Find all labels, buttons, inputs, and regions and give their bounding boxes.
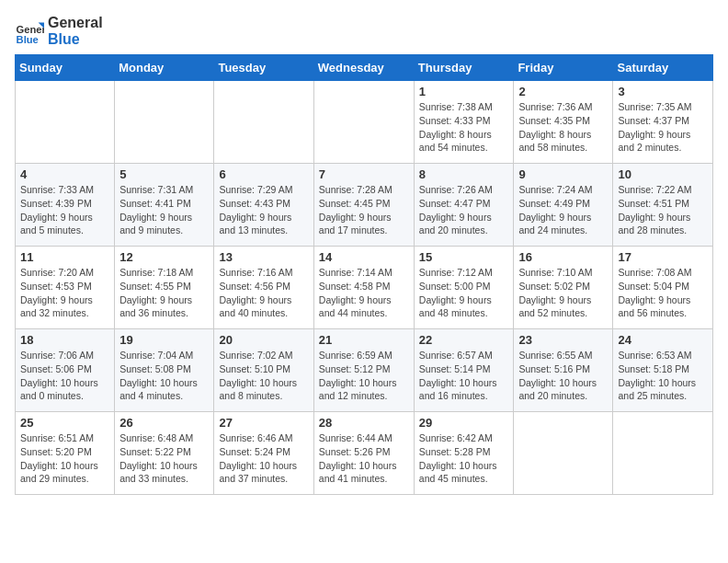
day-cell bbox=[514, 412, 613, 495]
column-header-thursday: Thursday bbox=[414, 55, 514, 81]
column-header-friday: Friday bbox=[514, 55, 613, 81]
day-number: 27 bbox=[219, 416, 308, 430]
week-row-2: 4Sunrise: 7:33 AM Sunset: 4:39 PM Daylig… bbox=[16, 164, 713, 247]
day-info: Sunrise: 7:12 AM Sunset: 5:00 PM Dayligh… bbox=[419, 266, 509, 320]
day-number: 5 bbox=[119, 167, 209, 181]
day-info: Sunrise: 6:48 AM Sunset: 5:22 PM Dayligh… bbox=[119, 431, 209, 486]
day-cell: 1Sunrise: 7:38 AM Sunset: 4:33 PM Daylig… bbox=[414, 81, 514, 164]
day-info: Sunrise: 6:51 AM Sunset: 5:20 PM Dayligh… bbox=[20, 431, 109, 486]
day-cell bbox=[115, 81, 214, 164]
day-number: 12 bbox=[119, 250, 209, 264]
day-info: Sunrise: 6:57 AM Sunset: 5:14 PM Dayligh… bbox=[419, 349, 509, 403]
day-cell: 6Sunrise: 7:29 AM Sunset: 4:43 PM Daylig… bbox=[214, 164, 313, 247]
day-number: 18 bbox=[20, 333, 109, 347]
day-cell: 29Sunrise: 6:42 AM Sunset: 5:28 PM Dayli… bbox=[414, 412, 514, 495]
day-info: Sunrise: 6:46 AM Sunset: 5:24 PM Dayligh… bbox=[219, 431, 308, 486]
day-info: Sunrise: 6:55 AM Sunset: 5:16 PM Dayligh… bbox=[518, 349, 608, 403]
day-number: 7 bbox=[319, 167, 409, 181]
day-cell bbox=[16, 81, 115, 164]
day-cell: 16Sunrise: 7:10 AM Sunset: 5:02 PM Dayli… bbox=[514, 247, 613, 329]
day-cell: 27Sunrise: 6:46 AM Sunset: 5:24 PM Dayli… bbox=[214, 412, 313, 495]
day-cell: 20Sunrise: 7:02 AM Sunset: 5:10 PM Dayli… bbox=[214, 329, 313, 412]
day-cell: 8Sunrise: 7:26 AM Sunset: 4:47 PM Daylig… bbox=[414, 164, 514, 247]
day-info: Sunrise: 7:20 AM Sunset: 4:53 PM Dayligh… bbox=[20, 266, 109, 320]
day-info: Sunrise: 6:42 AM Sunset: 5:28 PM Dayligh… bbox=[419, 431, 509, 486]
svg-text:General: General bbox=[17, 23, 44, 34]
day-info: Sunrise: 7:28 AM Sunset: 4:45 PM Dayligh… bbox=[319, 183, 409, 237]
day-number: 14 bbox=[319, 250, 409, 264]
day-number: 2 bbox=[518, 85, 608, 98]
logo-icon: General Blue bbox=[15, 17, 44, 46]
day-number: 23 bbox=[518, 333, 608, 347]
day-info: Sunrise: 7:08 AM Sunset: 5:04 PM Dayligh… bbox=[618, 266, 708, 320]
week-row-5: 25Sunrise: 6:51 AM Sunset: 5:20 PM Dayli… bbox=[16, 412, 713, 495]
column-header-saturday: Saturday bbox=[613, 55, 713, 81]
day-cell: 3Sunrise: 7:35 AM Sunset: 4:37 PM Daylig… bbox=[613, 81, 713, 164]
day-info: Sunrise: 6:53 AM Sunset: 5:18 PM Dayligh… bbox=[618, 349, 708, 403]
day-cell: 7Sunrise: 7:28 AM Sunset: 4:45 PM Daylig… bbox=[313, 164, 414, 247]
day-info: Sunrise: 7:36 AM Sunset: 4:35 PM Dayligh… bbox=[518, 100, 608, 155]
svg-text:Blue: Blue bbox=[17, 33, 39, 44]
day-info: Sunrise: 7:06 AM Sunset: 5:06 PM Dayligh… bbox=[20, 349, 109, 403]
day-cell: 25Sunrise: 6:51 AM Sunset: 5:20 PM Dayli… bbox=[16, 412, 115, 495]
day-cell: 4Sunrise: 7:33 AM Sunset: 4:39 PM Daylig… bbox=[16, 164, 115, 247]
day-cell: 24Sunrise: 6:53 AM Sunset: 5:18 PM Dayli… bbox=[613, 329, 713, 412]
day-number: 21 bbox=[319, 333, 409, 347]
logo-blue: Blue bbox=[48, 31, 103, 48]
day-info: Sunrise: 7:22 AM Sunset: 4:51 PM Dayligh… bbox=[618, 183, 708, 237]
day-info: Sunrise: 6:44 AM Sunset: 5:26 PM Dayligh… bbox=[319, 431, 409, 486]
day-info: Sunrise: 7:02 AM Sunset: 5:10 PM Dayligh… bbox=[219, 349, 308, 403]
day-number: 16 bbox=[518, 250, 608, 264]
day-cell: 19Sunrise: 7:04 AM Sunset: 5:08 PM Dayli… bbox=[115, 329, 214, 412]
day-number: 10 bbox=[618, 167, 708, 181]
day-cell: 5Sunrise: 7:31 AM Sunset: 4:41 PM Daylig… bbox=[115, 164, 214, 247]
day-cell: 21Sunrise: 6:59 AM Sunset: 5:12 PM Dayli… bbox=[313, 329, 414, 412]
day-cell bbox=[214, 81, 313, 164]
header-row: SundayMondayTuesdayWednesdayThursdayFrid… bbox=[16, 55, 713, 81]
day-cell: 10Sunrise: 7:22 AM Sunset: 4:51 PM Dayli… bbox=[613, 164, 713, 247]
day-number: 15 bbox=[419, 250, 509, 264]
day-info: Sunrise: 7:04 AM Sunset: 5:08 PM Dayligh… bbox=[119, 349, 209, 403]
day-info: Sunrise: 7:24 AM Sunset: 4:49 PM Dayligh… bbox=[518, 183, 608, 237]
day-cell bbox=[613, 412, 713, 495]
column-header-tuesday: Tuesday bbox=[214, 55, 313, 81]
week-row-1: 1Sunrise: 7:38 AM Sunset: 4:33 PM Daylig… bbox=[16, 81, 713, 164]
week-row-3: 11Sunrise: 7:20 AM Sunset: 4:53 PM Dayli… bbox=[16, 247, 713, 329]
day-info: Sunrise: 7:31 AM Sunset: 4:41 PM Dayligh… bbox=[119, 183, 209, 237]
day-number: 17 bbox=[618, 250, 708, 264]
day-info: Sunrise: 6:59 AM Sunset: 5:12 PM Dayligh… bbox=[319, 349, 409, 403]
day-number: 19 bbox=[119, 333, 209, 347]
day-number: 22 bbox=[419, 333, 509, 347]
day-number: 28 bbox=[319, 416, 409, 430]
day-info: Sunrise: 7:14 AM Sunset: 4:58 PM Dayligh… bbox=[319, 266, 409, 320]
logo: General Blue General Blue bbox=[15, 15, 103, 47]
day-cell: 26Sunrise: 6:48 AM Sunset: 5:22 PM Dayli… bbox=[115, 412, 214, 495]
column-header-wednesday: Wednesday bbox=[313, 55, 414, 81]
week-row-4: 18Sunrise: 7:06 AM Sunset: 5:06 PM Dayli… bbox=[16, 329, 713, 412]
calendar-table: SundayMondayTuesdayWednesdayThursdayFrid… bbox=[15, 54, 713, 495]
logo-general: General bbox=[48, 15, 103, 31]
header: General Blue General Blue bbox=[15, 15, 713, 47]
day-cell bbox=[313, 81, 414, 164]
day-cell: 15Sunrise: 7:12 AM Sunset: 5:00 PM Dayli… bbox=[414, 247, 514, 329]
day-cell: 11Sunrise: 7:20 AM Sunset: 4:53 PM Dayli… bbox=[16, 247, 115, 329]
day-info: Sunrise: 7:35 AM Sunset: 4:37 PM Dayligh… bbox=[618, 100, 708, 155]
day-number: 9 bbox=[518, 167, 608, 181]
day-info: Sunrise: 7:18 AM Sunset: 4:55 PM Dayligh… bbox=[119, 266, 209, 320]
day-number: 4 bbox=[20, 167, 109, 181]
day-info: Sunrise: 7:29 AM Sunset: 4:43 PM Dayligh… bbox=[219, 183, 308, 237]
day-number: 6 bbox=[219, 167, 308, 181]
day-number: 13 bbox=[219, 250, 308, 264]
day-number: 3 bbox=[618, 85, 708, 98]
day-number: 25 bbox=[20, 416, 109, 430]
day-info: Sunrise: 7:38 AM Sunset: 4:33 PM Dayligh… bbox=[419, 100, 509, 155]
day-cell: 13Sunrise: 7:16 AM Sunset: 4:56 PM Dayli… bbox=[214, 247, 313, 329]
day-cell: 22Sunrise: 6:57 AM Sunset: 5:14 PM Dayli… bbox=[414, 329, 514, 412]
day-cell: 14Sunrise: 7:14 AM Sunset: 4:58 PM Dayli… bbox=[313, 247, 414, 329]
day-number: 24 bbox=[618, 333, 708, 347]
day-cell: 12Sunrise: 7:18 AM Sunset: 4:55 PM Dayli… bbox=[115, 247, 214, 329]
day-cell: 17Sunrise: 7:08 AM Sunset: 5:04 PM Dayli… bbox=[613, 247, 713, 329]
day-number: 26 bbox=[119, 416, 209, 430]
column-header-monday: Monday bbox=[115, 55, 214, 81]
day-cell: 9Sunrise: 7:24 AM Sunset: 4:49 PM Daylig… bbox=[514, 164, 613, 247]
